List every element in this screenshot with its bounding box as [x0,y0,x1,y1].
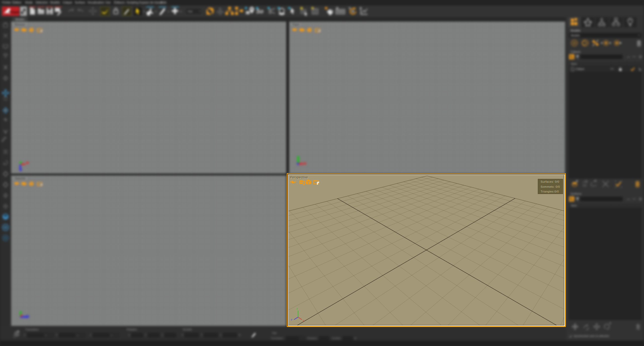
svg-text:Shaper: Shaper [9,10,19,14]
svg-text:y: y [296,307,298,310]
svg-text:So: So [256,8,263,15]
svg-text:x: x [303,319,304,322]
svg-text:z: z [291,318,292,321]
